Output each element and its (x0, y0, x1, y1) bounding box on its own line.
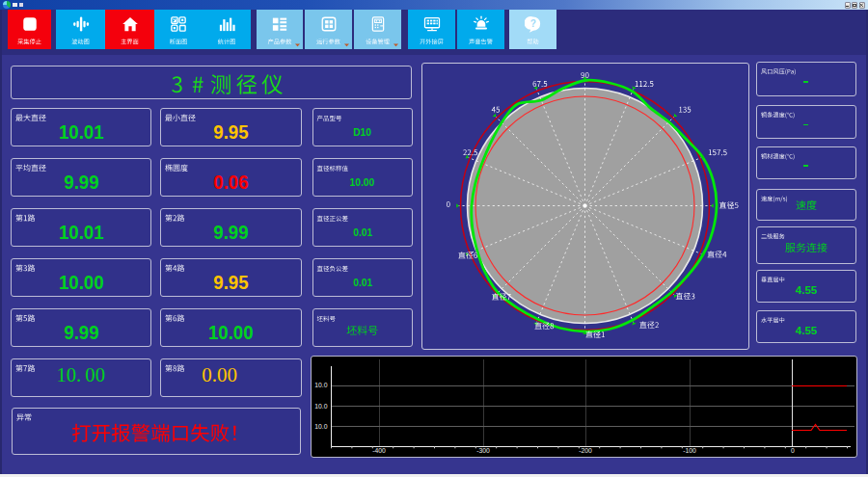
svg-text:10.0: 10.0 (314, 403, 327, 410)
svg-text:0: 0 (791, 447, 795, 454)
svg-text:-400: -400 (372, 447, 386, 454)
svg-text:-300: -300 (476, 447, 490, 454)
svg-text:?: ? (529, 18, 535, 29)
svg-text:-200: -200 (579, 447, 592, 454)
svg-text:10.0: 10.0 (314, 382, 327, 388)
svg-text:-100: -100 (683, 447, 696, 454)
svg-text:10.0: 10.0 (314, 423, 327, 430)
